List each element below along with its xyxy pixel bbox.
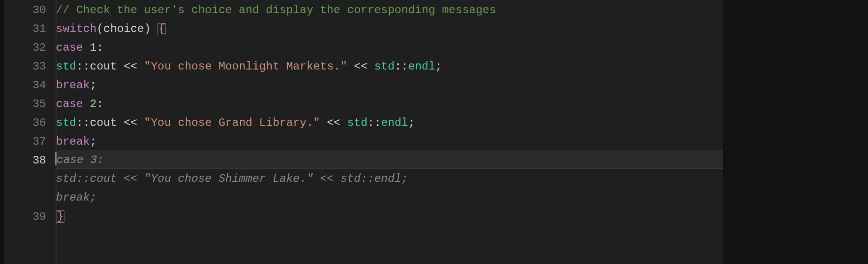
line-number-active: 38 [4,150,46,169]
code-line[interactable]: case 1: [56,38,723,56]
operator-shift: << [124,116,144,129]
paren-open: ( [96,23,103,35]
code-line[interactable]: break; [56,132,723,150]
brace-open-matched: { [158,23,166,35]
code-line[interactable]: break; [56,75,723,94]
inline-suggestion-line[interactable]: break; [56,187,723,206]
identifier-cout: cout [90,60,124,73]
line-number: 31 [4,19,46,38]
identifier-endl: endl [381,116,408,129]
line-number-gutter: 30 31 32 33 34 35 36 37 38 39 [4,0,56,264]
string-literal: "You chose Moonlight Markets." [144,60,347,73]
line-number: 37 [4,132,46,150]
keyword-case: case [56,41,83,54]
line-number: 33 [4,56,46,75]
line-number: 39 [4,207,46,225]
colon: : [96,41,103,54]
inline-suggestion[interactable]: case 3: [56,154,104,166]
code-line[interactable]: case 2: [56,94,723,113]
colon: : [96,98,103,110]
line-number: 32 [4,38,46,56]
semicolon: ; [90,135,96,148]
keyword-break: break [56,135,90,148]
number-literal: 1 [90,41,96,54]
identifier-cout: cout [90,116,124,129]
line-number: 35 [4,94,46,113]
number-literal: 2 [90,98,96,110]
code-line-active[interactable]: case 3: [56,150,723,169]
code-editor[interactable]: 30 31 32 33 34 35 36 37 38 39 // Check t… [4,0,723,264]
keyword-switch: switch [56,23,96,35]
brace-close-matched: } [56,210,64,223]
paren-close: ) [144,23,158,35]
namespace-std: std [56,116,76,129]
line-number: 36 [4,113,46,132]
semicolon: ; [90,79,96,92]
comment-text: // Check the user's choice and display t… [56,4,496,16]
namespace-std: std [374,60,395,73]
operator-shift: << [354,60,374,73]
string-literal: "You chose Grand Library." [144,116,320,129]
identifier-endl: endl [408,60,435,73]
operator-shift: << [124,60,144,73]
identifier-choice: choice [103,23,144,35]
keyword-break: break [56,79,90,92]
code-line[interactable]: std::cout << "You chose Moonlight Market… [56,56,723,75]
code-line[interactable]: switch(choice) { [56,19,723,38]
code-line[interactable]: // Check the user's choice and display t… [56,0,723,19]
inline-suggestion[interactable]: break; [56,191,96,204]
semicolon: ; [408,116,415,129]
code-line[interactable]: std::cout << "You chose Grand Library." … [56,113,723,132]
namespace-std: std [347,116,367,129]
inline-suggestion-line[interactable]: std::cout << "You chose Shimmer Lake." <… [56,169,723,187]
operator-shift: << [327,116,347,129]
namespace-std: std [56,60,76,73]
line-number: 30 [4,0,46,19]
code-area[interactable]: // Check the user's choice and display t… [56,0,723,264]
code-line[interactable]: } [56,206,723,225]
keyword-case: case [56,98,83,110]
line-number: 34 [4,75,46,94]
inline-suggestion[interactable]: std::cout << "You chose Shimmer Lake." <… [56,172,408,185]
semicolon: ; [435,60,442,73]
